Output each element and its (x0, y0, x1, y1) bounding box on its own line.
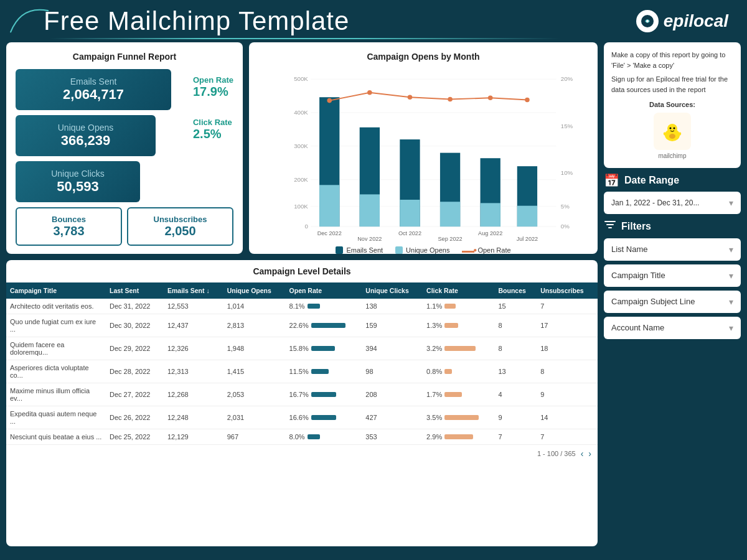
list-name-filter[interactable]: List Name ▾ (604, 238, 741, 261)
svg-rect-20 (360, 194, 380, 226)
header-line (50, 38, 560, 39)
col-last-sent: Last Sent (106, 282, 164, 299)
svg-text:500K: 500K (294, 75, 308, 82)
svg-text:10%: 10% (561, 169, 573, 176)
svg-text:Nov 2022: Nov 2022 (357, 236, 382, 242)
account-name-arrow-icon: ▾ (729, 323, 733, 333)
unique-opens-value: 366,239 (25, 133, 146, 149)
cell-emails: 12,326 (164, 337, 223, 360)
chart-title: Campaign Opens by Month (258, 52, 588, 62)
cell-open-rate: 22.6% (286, 314, 362, 337)
unique-clicks-value: 50,593 (25, 179, 131, 195)
table-row: Maxime minus illum officia ev... Dec 27,… (6, 383, 598, 406)
cell-click-rate: 3.5% (423, 406, 494, 429)
cell-emails: 12,268 (164, 383, 223, 406)
cell-emails: 12,248 (164, 406, 223, 429)
funnel-title: Campaign Funnel Report (16, 52, 233, 62)
cell-opens: 2,813 (223, 314, 286, 337)
col-emails-sent[interactable]: Emails Sent ↓ (164, 282, 223, 299)
cell-unsubscribes: 7 (537, 429, 598, 445)
cell-bounces: 4 (494, 383, 537, 406)
cell-bounces: 7 (494, 429, 537, 445)
cell-click-rate: 2.9% (423, 429, 494, 445)
unsubscribes-box: Unsubscribes 2,050 (127, 207, 233, 246)
svg-text:200K: 200K (294, 176, 308, 183)
svg-text:Oct 2022: Oct 2022 (398, 230, 421, 236)
click-rate-value: 2.5% (193, 127, 233, 141)
legend-opens-label: Unique Opens (406, 246, 449, 254)
legend-open-rate: ● Open Rate (462, 246, 510, 254)
chart-panel: Campaign Opens by Month 500K 400K 300K 2… (249, 42, 598, 254)
cell-campaign-title: Expedita quasi autem neque ... (6, 406, 106, 429)
click-rate-item: Click Rate 2.5% (193, 118, 233, 141)
click-rate-bar (444, 346, 476, 351)
prev-page-button[interactable]: ‹ (581, 449, 584, 459)
filters-label: Filters (604, 219, 741, 235)
table-title: Campaign Level Details (6, 260, 598, 282)
svg-text:Aug 2022: Aug 2022 (478, 230, 502, 236)
table-row: Nesciunt quis beatae a eius ... Dec 25, … (6, 429, 598, 445)
campaign-title-filter[interactable]: Campaign Title ▾ (604, 264, 741, 287)
next-page-button[interactable]: › (588, 449, 591, 459)
col-campaign-title: Campaign Title (6, 282, 106, 299)
cell-open-rate: 16.7% (286, 383, 362, 406)
svg-point-45 (669, 134, 675, 139)
cell-campaign-title: Quo unde fugiat cum ex iure ... (6, 314, 106, 337)
svg-point-30 (367, 90, 372, 95)
bottom-boxes: Bounces 3,783 Unsubscribes 2,050 (16, 207, 233, 246)
chart-wrapper: 500K 400K 300K 200K 100K 0 20% 15% 10% 5… (258, 69, 588, 243)
table-header-row: Campaign Title Last Sent Emails Sent ↓ U… (6, 282, 598, 299)
cell-open-rate: 15.8% (286, 337, 362, 360)
click-rate-bar (444, 323, 458, 328)
campaign-subject-filter[interactable]: Campaign Subject Line ▾ (604, 291, 741, 313)
account-name-filter[interactable]: Account Name ▾ (604, 317, 741, 339)
cell-bounces: 8 (494, 314, 537, 337)
cell-clicks: 98 (362, 360, 423, 383)
cell-unsubscribes: 7 (537, 299, 598, 314)
unsubscribes-label: Unsubscribes (134, 215, 226, 224)
cell-unsubscribes: 8 (537, 360, 598, 383)
cell-last-sent: Dec 26, 2022 (106, 406, 164, 429)
cell-emails: 12,313 (164, 360, 223, 383)
cell-last-sent: Dec 29, 2022 (106, 337, 164, 360)
open-rate-bar (311, 346, 335, 351)
cell-opens: 2,053 (223, 383, 286, 406)
data-sources-title: Data Sources: (611, 100, 733, 110)
col-unsubscribes: Unsubscribes (537, 282, 598, 299)
cell-clicks: 353 (362, 429, 423, 445)
legend-unique-opens: Unique Opens (395, 246, 449, 254)
cell-open-rate: 11.5% (286, 360, 362, 383)
emails-sent-box: Emails Sent 2,064,717 (16, 69, 171, 110)
legend-emails-label: Emails Sent (346, 246, 383, 254)
campaign-table: Campaign Title Last Sent Emails Sent ↓ U… (6, 282, 598, 445)
svg-rect-26 (481, 203, 500, 226)
header: Free Mailchimp Template epilocal (0, 0, 747, 39)
click-rate-bar (444, 392, 462, 397)
bounces-value: 3,783 (23, 224, 115, 238)
pagination: 1 - 100 / 365 ‹ › (6, 445, 598, 462)
header-decoration-icon (0, 0, 75, 37)
date-range-dropdown[interactable]: Jan 1, 2022 - Dec 31, 20... ▾ (604, 192, 741, 214)
mailchimp-text: mailchimp (611, 151, 733, 161)
date-range-section: 📅 Date Range Jan 1, 2022 - Dec 31, 20...… (604, 173, 741, 214)
cell-campaign-title: Maxime minus illum officia ev... (6, 383, 106, 406)
unique-opens-box: Unique Opens 366,239 (16, 115, 156, 156)
cell-opens: 2,031 (223, 406, 286, 429)
list-name-label: List Name (611, 245, 648, 254)
svg-text:0%: 0% (561, 223, 570, 230)
emails-sent-label: Emails Sent (25, 77, 162, 86)
cell-click-rate: 3.2% (423, 337, 494, 360)
unsubscribes-value: 2,050 (134, 224, 226, 238)
cell-last-sent: Dec 30, 2022 (106, 314, 164, 337)
cell-unsubscribes: 17 (537, 314, 598, 337)
svg-rect-28 (517, 206, 537, 226)
svg-point-32 (448, 97, 453, 102)
svg-text:5%: 5% (561, 203, 570, 210)
cell-clicks: 159 (362, 314, 423, 337)
legend-emails-icon (336, 246, 343, 254)
table-row: Expedita quasi autem neque ... Dec 26, 2… (6, 406, 598, 429)
chart-legend: Emails Sent Unique Opens ● Open Rate (258, 246, 588, 254)
svg-text:0: 0 (304, 223, 308, 230)
pagination-info: 1 - 100 / 365 (537, 450, 576, 457)
svg-text:Jul 2022: Jul 2022 (517, 236, 538, 242)
